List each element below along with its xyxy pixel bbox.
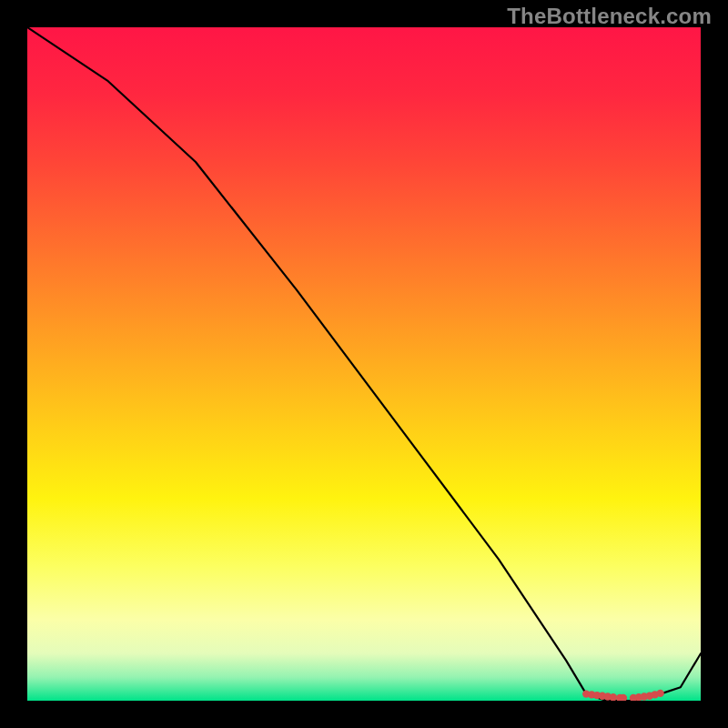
min-marker xyxy=(656,690,663,697)
watermark-text: TheBottleneck.com xyxy=(507,4,712,29)
gradient-background xyxy=(27,27,701,701)
chart-stage: TheBottleneck.com xyxy=(0,0,728,728)
plot-area xyxy=(27,27,701,701)
gradient-line-chart xyxy=(27,27,701,701)
